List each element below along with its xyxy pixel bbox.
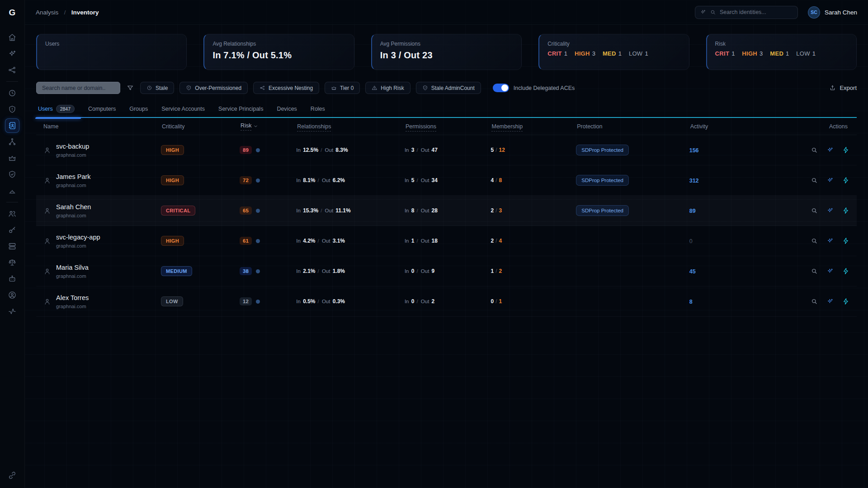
shield-check-icon[interactable] bbox=[5, 166, 19, 183]
activity-count[interactable]: 0 bbox=[689, 238, 693, 244]
shield-alert-icon[interactable] bbox=[5, 101, 19, 117]
tab-roles[interactable]: Roles bbox=[311, 106, 325, 112]
ai-sparkle-icon[interactable] bbox=[826, 177, 834, 184]
user-circle-icon[interactable] bbox=[5, 287, 19, 303]
criticality-badge: HIGH bbox=[161, 175, 184, 185]
pathfind-bolt-icon[interactable] bbox=[842, 267, 849, 275]
table-row[interactable]: svc-legacy-app graphnai.com HIGH 61 In 4… bbox=[36, 226, 857, 256]
crown-icon[interactable] bbox=[5, 150, 19, 166]
user-icon bbox=[43, 177, 51, 184]
filter-chip-tier-0[interactable]: Tier 0 bbox=[325, 82, 360, 94]
user-name[interactable]: Sarah Chen bbox=[825, 9, 857, 16]
ai-sparkle-icon[interactable] bbox=[826, 146, 834, 154]
activity-count[interactable]: 8 bbox=[689, 299, 693, 305]
bot-icon[interactable] bbox=[5, 271, 19, 287]
filter-chip-stale-admincount[interactable]: Stale AdminCount bbox=[416, 82, 481, 94]
identity-name[interactable]: Maria Silva bbox=[56, 264, 89, 271]
breadcrumb-separator: / bbox=[64, 9, 66, 16]
key-icon[interactable] bbox=[5, 222, 19, 238]
inspect-icon[interactable] bbox=[811, 237, 818, 244]
stat-card-avg-relationships: Avg Relationships In 7.1% / Out 5.1% bbox=[203, 34, 354, 70]
identity-book-icon[interactable] bbox=[5, 118, 19, 133]
tab-computers[interactable]: Computers bbox=[88, 106, 116, 112]
sparkles-icon[interactable] bbox=[5, 46, 19, 62]
table-row[interactable]: Alex Torres graphnai.com LOW 12 In 0.5%/… bbox=[36, 286, 857, 317]
inspect-icon[interactable] bbox=[811, 177, 818, 184]
filter-search-input[interactable] bbox=[36, 82, 120, 94]
identity-name[interactable]: svc-legacy-app bbox=[56, 234, 100, 241]
table-row[interactable]: James Park graphnai.com HIGH 72 In 8.1%/… bbox=[36, 165, 857, 196]
risk-score-badge: 65 bbox=[240, 206, 252, 215]
inspect-icon[interactable] bbox=[811, 146, 818, 154]
pathfind-bolt-icon[interactable] bbox=[842, 207, 849, 214]
ai-sparkle-icon[interactable] bbox=[826, 267, 834, 275]
activity-count[interactable]: 45 bbox=[689, 268, 696, 275]
avatar[interactable]: SC bbox=[808, 6, 820, 19]
table-row[interactable]: Sarah Chen graphnai.com CRITICAL 65 In 1… bbox=[36, 196, 857, 226]
table-row[interactable]: svc-backup graphnai.com HIGH 89 In 12.5%… bbox=[36, 135, 857, 165]
filter-chip-over-permissioned[interactable]: Over-Permissioned bbox=[179, 82, 248, 94]
identity-name[interactable]: James Park bbox=[56, 173, 91, 180]
col-membership[interactable]: Membership bbox=[491, 123, 576, 130]
pathfind-bolt-icon[interactable] bbox=[842, 177, 849, 184]
protection-badge: SDProp Protected bbox=[576, 145, 629, 155]
funnel-icon[interactable] bbox=[126, 84, 135, 93]
col-permissions[interactable]: Permissions bbox=[405, 123, 491, 130]
filter-chip-excessive-nesting[interactable]: Excessive Nesting bbox=[253, 82, 319, 94]
users-icon[interactable] bbox=[5, 206, 19, 222]
stat-card-criticality: Criticality CRIT1 HIGH3 MED1 LOW1 bbox=[538, 34, 689, 70]
tab-users[interactable]: Users2847 bbox=[38, 105, 75, 113]
hierarchy-icon[interactable] bbox=[5, 134, 19, 150]
table-body: svc-backup graphnai.com HIGH 89 In 12.5%… bbox=[36, 135, 857, 317]
tab-service-principals[interactable]: Service Principals bbox=[218, 106, 263, 112]
scales-icon[interactable] bbox=[5, 254, 19, 271]
low-segment: LOW1 bbox=[796, 50, 816, 57]
inspect-icon[interactable] bbox=[811, 298, 818, 305]
membership-cell: 0/1 bbox=[491, 298, 576, 305]
col-risk-sort[interactable]: Risk bbox=[241, 122, 258, 131]
criticality-badge: MEDIUM bbox=[161, 266, 192, 276]
bell-icon[interactable] bbox=[5, 183, 19, 199]
unlink-icon[interactable] bbox=[5, 467, 19, 483]
ai-sparkle-icon[interactable] bbox=[826, 298, 834, 305]
server-icon[interactable] bbox=[5, 238, 19, 254]
stat-value: In 7.1% / Out 5.1% bbox=[212, 50, 345, 61]
app-logo[interactable]: G bbox=[0, 0, 25, 25]
activity-count[interactable]: 312 bbox=[689, 178, 699, 184]
identity-name[interactable]: svc-backup bbox=[56, 143, 89, 150]
stat-value: In 3 / Out 23 bbox=[380, 50, 513, 61]
tab-groups[interactable]: Groups bbox=[129, 106, 148, 112]
global-search-input[interactable] bbox=[720, 9, 793, 15]
include-delegated-toggle[interactable] bbox=[493, 84, 509, 92]
identity-name[interactable]: Alex Torres bbox=[56, 294, 89, 301]
tab-service-accounts[interactable]: Service Accounts bbox=[161, 106, 205, 112]
global-search[interactable] bbox=[695, 6, 798, 19]
activity-icon[interactable] bbox=[5, 303, 19, 319]
identity-name[interactable]: Sarah Chen bbox=[56, 203, 91, 211]
breadcrumb-section[interactable]: Analysis bbox=[36, 9, 58, 16]
pathfind-bolt-icon[interactable] bbox=[842, 146, 849, 154]
graph-icon[interactable] bbox=[5, 62, 19, 78]
stat-card-avg-permissions: Avg Permissions In 3 / Out 23 bbox=[371, 34, 522, 70]
ai-sparkle-icon[interactable] bbox=[826, 237, 834, 244]
low-segment: LOW1 bbox=[629, 50, 648, 57]
home-icon[interactable] bbox=[5, 29, 19, 46]
history-icon[interactable] bbox=[5, 85, 19, 101]
col-relationships[interactable]: Relationships bbox=[296, 123, 405, 130]
inspect-icon[interactable] bbox=[811, 267, 818, 275]
breadcrumb-page: Inventory bbox=[71, 9, 99, 16]
pathfind-bolt-icon[interactable] bbox=[842, 237, 849, 244]
permissions-cell: In 5/ Out 34 bbox=[405, 177, 491, 183]
tab-devices[interactable]: Devices bbox=[277, 106, 297, 112]
risk-trend-dot bbox=[256, 148, 260, 152]
filter-chip-high-risk[interactable]: High Risk bbox=[365, 82, 410, 94]
activity-count[interactable]: 89 bbox=[689, 208, 696, 214]
filter-chip-stale[interactable]: Stale bbox=[140, 82, 174, 94]
ai-sparkle-icon[interactable] bbox=[826, 207, 834, 214]
table-row[interactable]: Maria Silva graphnai.com MEDIUM 38 In 2.… bbox=[36, 256, 857, 286]
protection-cell: SDProp Protected bbox=[576, 145, 689, 155]
export-button[interactable]: Export bbox=[829, 84, 857, 91]
pathfind-bolt-icon[interactable] bbox=[842, 298, 849, 305]
activity-count[interactable]: 156 bbox=[689, 147, 699, 154]
inspect-icon[interactable] bbox=[811, 207, 818, 214]
